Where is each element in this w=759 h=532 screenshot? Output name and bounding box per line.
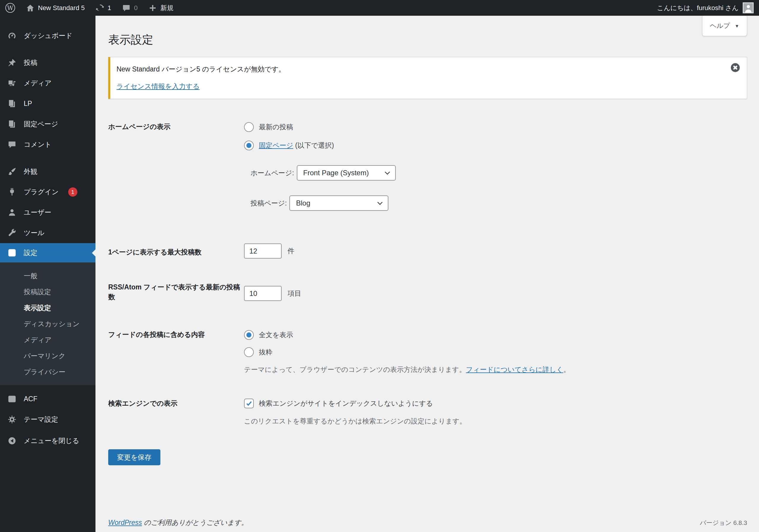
radio-excerpt[interactable] [244,347,254,357]
posts-per-page-suffix: 件 [288,246,295,256]
sidebar-item-label: プラグイン [24,187,59,197]
feed-description-text: テーマによって、ブラウザーでのコンテンツの表示方法が決まります。 [244,366,466,373]
sidebar-item-label: コメント [24,140,52,149]
checkbox-label: 検索エンジンがサイトをインデックスしないようにする [259,399,433,408]
row-label: RSS/Atom フィードで表示する最新の投稿数 [108,282,244,302]
wordpress-logo-menu[interactable]: W [5,3,15,13]
active-menu-arrow [92,249,96,257]
settings-icon [7,248,17,257]
sidebar-item-users[interactable]: ユーザー [0,202,96,223]
static-page-link[interactable]: 固定ページ [259,142,293,149]
radio-option-latest-posts[interactable]: 最新の投稿 [244,118,396,136]
new-content-menu[interactable]: 新規 [148,4,174,13]
save-changes-button[interactable]: 変更を保存 [108,449,160,465]
sidebar-item-dashboard[interactable]: ダッシュボード [0,25,96,46]
user-greeting[interactable]: こんにちは、furukoshi さん [657,4,739,13]
radio-option-static-page[interactable]: 固定ページ (以下で選択) [244,136,396,154]
submenu-general[interactable]: 一般 [0,268,96,284]
submenu-writing[interactable]: 投稿設定 [0,284,96,300]
user-icon [7,208,17,217]
sidebar-item-posts[interactable]: 投稿 [0,53,96,73]
sidebar-item-theme-settings[interactable]: テーマ設定 [0,409,96,430]
brush-icon [7,167,17,176]
posts-page-select-label: 投稿ページ: [251,199,287,208]
homepage-display-row: ホームページの表示 最新の投稿 固定ページ (以下で選択) ホームページ: Fr… [108,118,747,211]
comments-menu[interactable]: 0 [122,4,138,13]
rss-items-input[interactable] [244,286,282,301]
sidebar-item-label: 外観 [24,167,37,176]
help-label: ヘルプ [710,21,730,30]
feed-learn-more-link[interactable]: フィードについてさらに詳しく [466,366,563,373]
sidebar-item-settings[interactable]: 設定 [0,243,96,263]
submenu-privacy[interactable]: プライバシー [0,364,96,380]
radio-label: 全文を表示 [259,330,293,340]
footer-thanks-text: のご利用ありがとうございます。 [142,519,248,526]
sidebar-item-comments[interactable]: コメント [0,134,96,155]
dismiss-notice-button[interactable] [731,63,740,72]
sidebar-item-label: 設定 [24,248,37,257]
pages-icon [7,99,17,108]
radio-static-page[interactable] [244,141,254,150]
radio-label: 最新の投稿 [259,122,293,132]
submenu-reading[interactable]: 表示設定 [0,300,96,316]
updates-menu[interactable]: 1 [96,4,111,13]
search-visibility-row: 検索エンジンでの表示 検索エンジンがサイトをインデックスしないようにする このリ… [108,397,747,426]
sidebar-item-label: ユーザー [24,208,51,217]
sidebar-item-media[interactable]: メディア [0,73,96,94]
static-page-suffix: (以下で選択) [293,142,334,149]
chevron-down-icon [378,200,383,205]
plugin-icon [7,187,17,197]
radio-full-text[interactable] [244,330,254,340]
homepage-select[interactable]: Front Page (System) [297,165,396,181]
pages-icon [7,119,17,129]
radio-latest-posts[interactable] [244,122,254,132]
posts-per-page-input[interactable] [244,243,282,259]
sidebar-item-lp[interactable]: LP [0,94,96,114]
sidebar-item-tools[interactable]: ツール [0,223,96,243]
sidebar-item-label: ACF [24,395,37,403]
posts-page-select-value: Blog [296,199,310,207]
submenu-media[interactable]: メディア [0,332,96,348]
footer-version: バージョン 6.8.3 [700,519,747,527]
plus-icon [148,4,157,13]
search-visibility-option[interactable]: 検索エンジンがサイトをインデックスしないようにする [244,397,466,409]
radio-option-full-text[interactable]: 全文を表示 [244,326,570,344]
homepage-select-row: ホームページ: Front Page (System) [251,165,396,181]
chevron-down-icon: ▼ [735,23,739,28]
homepage-select-value: Front Page (System) [303,169,369,177]
sidebar-item-acf[interactable]: ACF [0,389,96,409]
media-icon [7,79,17,88]
license-notice: New Standard バージョン5 のライセンスが無効です。 ライセンス情報… [108,57,747,99]
sidebar-item-appearance[interactable]: 外観 [0,161,96,182]
footer-thanks: WordPress のご利用ありがとうございます。 [108,518,248,527]
search-visibility-checkbox[interactable] [244,398,254,408]
site-name-label: New Standard 5 [38,4,85,12]
row-label: 検索エンジンでの表示 [108,397,244,408]
site-name-link[interactable]: New Standard 5 [26,4,85,13]
sidebar-item-pages[interactable]: 固定ページ [0,114,96,134]
home-icon [26,4,35,13]
wrench-icon [7,228,17,237]
help-button[interactable]: ヘルプ ▼ [702,16,747,36]
submenu-discussion[interactable]: ディスカッション [0,316,96,332]
avatar[interactable] [743,2,754,13]
row-label: ホームページの表示 [108,118,244,132]
comment-count: 0 [134,4,138,12]
chevron-down-icon [384,169,390,175]
admin-sidebar: ダッシュボード 投稿 メディア LP 固定ページ コメント 外観 [0,16,96,532]
posts-page-select[interactable]: Blog [289,195,388,211]
feed-description-suffix: 。 [563,366,570,373]
wordpress-link[interactable]: WordPress [108,519,142,526]
admin-bar: W New Standard 5 1 0 [0,0,759,16]
radio-option-excerpt[interactable]: 抜粋 [244,344,570,361]
submenu-permalinks[interactable]: パーマリンク [0,348,96,364]
page-title: 表示設定 [108,16,747,47]
sidebar-item-plugins[interactable]: プラグイン 1 [0,182,96,202]
pin-icon [7,58,17,67]
homepage-select-label: ホームページ: [251,168,294,178]
sidebar-item-label: ダッシュボード [24,31,72,40]
collapse-menu-button[interactable]: メニューを閉じる [0,430,96,451]
footer: WordPress のご利用ありがとうございます。 バージョン 6.8.3 [108,518,747,527]
license-info-link[interactable]: ライセンス情報を入力する [116,82,200,90]
sidebar-item-label: LP [24,100,32,108]
